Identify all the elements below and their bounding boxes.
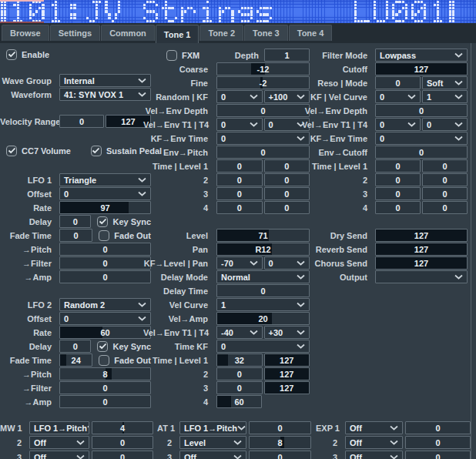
select-delay-mode[interactable]: Normal [216, 270, 310, 283]
select-kf-env-time[interactable]: 0 [216, 132, 310, 145]
field-pitch[interactable]: 0 [59, 243, 151, 256]
field-fade-time[interactable]: 24 [59, 353, 92, 367]
select-offset[interactable]: 0 [59, 187, 151, 200]
select-at-2-source[interactable]: Level [179, 436, 246, 449]
select-waveform[interactable]: 41: SYN VOX 1 [59, 88, 151, 101]
toggle-fxm[interactable]: FXM [166, 50, 199, 61]
field-cutoff[interactable]: 127 [375, 62, 468, 75]
tab-tone-1[interactable]: Tone 1 [156, 25, 199, 43]
select-vel-env-t1-t4[interactable]: 0 [422, 118, 468, 131]
select-lfo-1[interactable]: Triangle [59, 173, 151, 186]
field-time-level-1[interactable]: 0 [422, 159, 468, 173]
select-mw-3-source[interactable]: Off [29, 451, 89, 459]
select-exp-3-source[interactable]: Off [345, 451, 403, 459]
field-2[interactable]: 0 [375, 173, 421, 186]
toggle-key-sync[interactable]: Key Sync [97, 216, 151, 227]
checkbox-fxm[interactable] [166, 50, 177, 61]
field-delay[interactable]: 0 [59, 215, 91, 228]
toggle-cc7-volume[interactable]: CC7 Volume [6, 146, 71, 156]
field-velocity-range[interactable]: 0 [59, 115, 104, 128]
field-reso-mode[interactable]: 0 [375, 76, 421, 89]
select-vel-env-t1-t4[interactable]: 0 [375, 118, 421, 131]
field-level[interactable]: 71 [216, 229, 310, 242]
checkbox-key-sync[interactable] [97, 341, 108, 352]
select-at-1-source[interactable]: LFO 1→Pitch [179, 421, 246, 434]
field-time-level-1[interactable]: 32 [216, 353, 263, 367]
field-4[interactable]: 0 [216, 201, 263, 214]
field-dry-send[interactable]: 127 [375, 229, 468, 242]
field-2[interactable]: 0 [216, 173, 263, 186]
field-fine[interactable]: -2 [216, 76, 310, 89]
field-2[interactable]: 0 [216, 367, 263, 380]
field-chorus-send[interactable]: 127 [375, 256, 468, 270]
select-reso-mode[interactable]: Soft [422, 76, 468, 89]
field-time-level-1[interactable]: 127 [264, 353, 310, 367]
checkbox-cc7-volume[interactable] [6, 146, 17, 156]
checkbox-key-sync[interactable] [97, 216, 108, 227]
field-rate[interactable]: 60 [59, 326, 151, 339]
field-at-1-amount[interactable]: 0 [249, 421, 311, 434]
field-3[interactable]: 127 [264, 381, 310, 394]
select-time-kf[interactable]: 0 [216, 340, 310, 353]
field-3[interactable]: 0 [216, 381, 263, 394]
field-env-cutoff[interactable]: 0 [375, 146, 468, 159]
field-4[interactable]: 0 [422, 201, 468, 214]
field-4[interactable]: 0 [375, 201, 421, 214]
select-kf-vel-curve[interactable]: 1 [422, 90, 468, 103]
tab-settings[interactable]: Settings [50, 25, 100, 41]
field-at-2-amount[interactable]: 8 [249, 436, 311, 449]
field-vel-amp[interactable]: 20 [216, 312, 310, 325]
tab-tone-4[interactable]: Tone 4 [289, 25, 333, 41]
field-3[interactable]: 0 [422, 187, 468, 200]
field-vel-env-depth[interactable]: 0 [375, 104, 468, 117]
field-vel-env-depth[interactable]: 0 [216, 104, 310, 117]
tab-tone-2[interactable]: Tone 2 [199, 25, 243, 41]
field-exp-2-amount[interactable]: 0 [405, 436, 471, 449]
tab-browse[interactable]: Browse [2, 25, 49, 41]
select-exp-1-source[interactable]: Off [345, 421, 403, 434]
field-time-level-1[interactable]: 0 [216, 159, 263, 173]
select-vel-env-t1-t4[interactable]: -40 [216, 326, 263, 339]
field-pitch[interactable]: 8 [59, 367, 151, 380]
toggle-enable[interactable]: Enable [6, 49, 49, 60]
field-2[interactable]: 0 [422, 173, 468, 186]
field-pan[interactable]: R12 [216, 243, 310, 256]
select-lfo-2[interactable]: Random 2 [59, 298, 151, 311]
select-at-3-source[interactable]: Off [179, 451, 246, 459]
select-filter-mode[interactable]: Lowpass [375, 49, 468, 62]
field-fade-time[interactable]: 0 [59, 229, 92, 242]
select-vel-curve[interactable]: 1 [216, 298, 310, 311]
select-kf-level-pan[interactable]: -70 [216, 256, 263, 270]
select-vel-env-t1-t4[interactable]: +30 [264, 326, 310, 339]
field-time-level-1[interactable]: 0 [375, 159, 421, 173]
tab-common[interactable]: Common [101, 25, 155, 41]
select-output[interactable] [375, 270, 468, 283]
select-exp-2-source[interactable]: Off [345, 436, 403, 449]
checkbox-fade-out[interactable] [99, 355, 109, 366]
field-filter[interactable]: 0 [59, 256, 151, 270]
checkbox-sustain-pedal[interactable] [91, 146, 102, 156]
field-exp-1-amount[interactable]: 0 [405, 421, 471, 434]
field-mw-2-amount[interactable]: 0 [92, 436, 153, 449]
field-amp[interactable]: 0 [59, 395, 151, 408]
select-kf-env-time[interactable]: 0 [375, 132, 468, 145]
select-vel-env-t1-t4[interactable]: 0 [216, 118, 263, 131]
field-reverb-send[interactable]: 127 [375, 243, 468, 256]
select-random-kf[interactable]: 0 [216, 90, 263, 103]
field-filter[interactable]: 0 [59, 381, 151, 394]
field-coarse[interactable]: -12 [216, 62, 310, 75]
field-exp-3-amount[interactable]: 0 [405, 451, 471, 459]
select-offset[interactable]: 0 [59, 312, 151, 325]
tab-tone-3[interactable]: Tone 3 [244, 25, 288, 41]
field-env-pitch[interactable]: 0 [216, 146, 310, 159]
checkbox-enable[interactable] [6, 49, 17, 60]
field-amp[interactable]: 0 [59, 270, 151, 283]
field-mw-1-amount[interactable]: 4 [92, 421, 153, 434]
select-kf-vel-curve[interactable]: 0 [375, 90, 421, 103]
field-3[interactable]: 0 [216, 187, 263, 200]
select-mw-2-source[interactable]: Off [29, 436, 89, 449]
field-delay-time[interactable]: 0 [216, 284, 310, 297]
select-mw-1-source[interactable]: LFO 1→Pitch [29, 421, 89, 434]
field-2[interactable]: 127 [264, 367, 310, 380]
field-delay[interactable]: 0 [59, 340, 91, 353]
